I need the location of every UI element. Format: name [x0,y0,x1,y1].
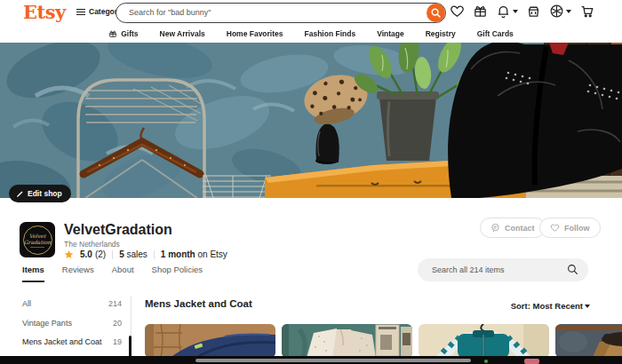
nav-label: Fashion Finds [305,29,356,38]
notifications-bell-icon[interactable] [496,4,518,19]
tenure-value: 1 month [161,249,195,259]
nav-item-gift-cards[interactable]: Gift Cards [477,29,514,38]
sort-caret-icon [585,305,590,308]
avatar-divider [30,247,44,248]
tab-shop-policies[interactable]: Shop Policies [152,265,203,282]
sales-stat: 5 sales [119,249,148,259]
header-icon-row [450,4,595,19]
shop-avatar[interactable]: Velvet Gradation [20,222,55,257]
banner-scene [0,43,622,198]
nav-label: Vintage [377,29,404,38]
tenure-label: on Etsy [198,249,227,259]
progress-pill[interactable] [195,359,471,362]
sections-sidebar: All 214 Vintage Pants 20 Mens Jacket and… [22,299,122,357]
product-card[interactable] [555,324,622,358]
sidebar-item-all[interactable]: All 214 [22,299,122,308]
nav-item-new-arrivals[interactable]: New Arrivals [160,29,205,38]
stat-divider [112,250,113,259]
star-icon [64,249,74,259]
follow-button[interactable]: Follow [539,218,601,238]
section-count: 214 [108,299,122,308]
nav-label: Gifts [121,29,138,38]
search-icon [431,8,441,18]
shop-banner-photo [0,43,622,198]
shop-manager-icon[interactable] [526,4,541,19]
search-input[interactable] [127,4,411,20]
edit-shop-label: Edit shop [28,189,62,198]
gifts-box-icon[interactable] [473,4,488,19]
nav-label: Registry [426,29,456,38]
category-nav: Gifts New Arrivals Home Favorites Fashio… [0,25,622,43]
section-count: 19 [113,337,122,346]
hamburger-icon [76,7,85,17]
avatar-text-2: Gradation [24,239,51,245]
rating-value[interactable]: 5.0 [80,249,92,259]
tab-about[interactable]: About [112,265,134,282]
stat-divider [154,250,155,259]
tenure-stat: 1 month on Etsy [161,249,227,259]
shop-stats-row: 5.0 (2) 5 sales 1 month on Etsy [64,249,227,259]
bell-caret-icon [513,10,518,13]
sidebar-item-mens-jacket-and-coat[interactable]: Mens Jacket and Coat 19 [22,337,122,346]
favorites-heart-icon[interactable] [450,4,465,19]
shop-location: The Netherlands [64,240,120,249]
sort-dropdown[interactable]: Sort: Most Recent [511,301,590,311]
contact-button[interactable]: Contact [480,218,546,238]
product-image [145,324,275,358]
bottom-overlay-bar [0,356,622,364]
nav-label: Gift Cards [477,29,514,38]
sidebar-item-vintage-pants[interactable]: Vintage Pants 20 [22,319,122,328]
contact-chat-icon [490,223,500,233]
pencil-icon [16,190,24,198]
listing-heading: Mens Jacket and Coat [145,298,252,309]
nav-label: Home Favorites [227,29,283,38]
section-label: All [22,299,31,308]
etsy-logo[interactable]: Etsy [23,1,66,23]
top-header: Etsy Categories [0,0,622,25]
sales-value: 5 [119,249,124,259]
gift-icon [108,29,117,38]
product-image [419,324,549,358]
item-search-input[interactable] [430,262,559,278]
section-label: Vintage Pants [22,319,72,328]
nav-item-registry[interactable]: Registry [426,29,456,38]
etsy-shop-page: Etsy Categories [0,0,622,364]
shop-name[interactable]: VelvetGradation [64,222,172,238]
sort-label: Sort: Most Recent [511,301,583,311]
nav-item-fashion-finds[interactable]: Fashion Finds [305,29,356,38]
sales-label: sales [126,249,147,259]
product-image [555,324,622,358]
account-caret-icon [566,10,571,13]
edit-shop-button[interactable]: Edit shop [9,185,71,202]
nav-item-gifts[interactable]: Gifts [108,29,138,38]
shop-tabs: Items Reviews About Shop Policies [22,265,203,282]
product-image [282,324,412,358]
product-grid [145,324,622,358]
cart-icon[interactable] [579,4,595,19]
search-button[interactable] [427,4,445,22]
search-bar [116,3,446,23]
rating-count[interactable]: (2) [95,249,106,259]
account-avatar-icon[interactable] [549,4,571,19]
tab-reviews[interactable]: Reviews [62,265,94,282]
product-card[interactable] [282,324,412,358]
product-card[interactable] [145,324,275,358]
avatar-text-1: Velvet [29,233,46,239]
follow-heart-icon [550,223,560,233]
nav-item-vintage[interactable]: Vintage [377,29,404,38]
tab-items[interactable]: Items [22,265,44,282]
section-count: 20 [113,319,122,328]
shop-logo: Velvet Gradation [23,226,52,255]
follow-label: Follow [564,224,590,233]
contact-label: Contact [505,224,535,233]
product-card[interactable] [419,324,549,358]
nav-item-home-favorites[interactable]: Home Favorites [227,29,283,38]
pink-indicator [524,359,539,364]
item-search-bar [418,258,588,281]
green-dot-indicator [484,360,488,363]
section-label: Mens Jacket and Coat [22,337,102,346]
item-search-icon[interactable] [567,264,578,275]
nav-label: New Arrivals [160,29,205,38]
